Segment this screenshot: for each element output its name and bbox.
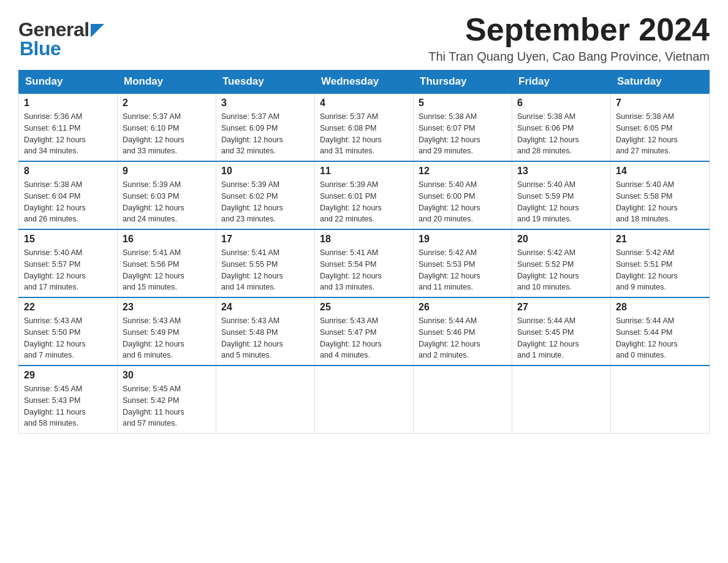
calendar-cell: 20 Sunrise: 5:42 AMSunset: 5:52 PMDaylig… [512,229,611,297]
day-number: 20 [517,234,605,245]
calendar-cell: 26 Sunrise: 5:44 AMSunset: 5:46 PMDaylig… [414,297,512,366]
col-thursday: Thursday [414,71,512,94]
calendar-cell: 11 Sunrise: 5:39 AMSunset: 6:01 PMDaylig… [315,161,414,229]
day-info: Sunrise: 5:45 AMSunset: 5:42 PMDaylight:… [123,383,211,429]
calendar-cell [414,366,512,434]
day-info: Sunrise: 5:43 AMSunset: 5:49 PMDaylight:… [123,315,211,361]
calendar-cell: 7 Sunrise: 5:38 AMSunset: 6:05 PMDayligh… [611,93,710,161]
day-number: 3 [221,98,309,109]
month-title: September 2024 [428,12,710,47]
calendar-cell: 18 Sunrise: 5:41 AMSunset: 5:54 PMDaylig… [315,229,414,297]
calendar-cell: 1 Sunrise: 5:36 AMSunset: 6:11 PMDayligh… [19,93,118,161]
calendar-cell: 29 Sunrise: 5:45 AMSunset: 5:43 PMDaylig… [19,366,118,434]
day-info: Sunrise: 5:39 AMSunset: 6:02 PMDaylight:… [221,179,309,225]
calendar-cell: 3 Sunrise: 5:37 AMSunset: 6:09 PMDayligh… [216,93,315,161]
day-info: Sunrise: 5:44 AMSunset: 5:45 PMDaylight:… [517,315,605,361]
calendar-cell: 19 Sunrise: 5:42 AMSunset: 5:53 PMDaylig… [414,229,512,297]
calendar-cell: 10 Sunrise: 5:39 AMSunset: 6:02 PMDaylig… [216,161,315,229]
day-info: Sunrise: 5:45 AMSunset: 5:43 PMDaylight:… [24,383,112,429]
calendar-week-row-5: 29 Sunrise: 5:45 AMSunset: 5:43 PMDaylig… [19,366,710,434]
day-info: Sunrise: 5:37 AMSunset: 6:08 PMDaylight:… [320,111,408,157]
day-number: 18 [320,234,408,245]
calendar-cell: 12 Sunrise: 5:40 AMSunset: 6:00 PMDaylig… [414,161,512,229]
day-info: Sunrise: 5:37 AMSunset: 6:10 PMDaylight:… [123,111,211,157]
calendar-cell: 16 Sunrise: 5:41 AMSunset: 5:56 PMDaylig… [118,229,216,297]
day-number: 24 [221,302,309,313]
day-info: Sunrise: 5:43 AMSunset: 5:47 PMDaylight:… [320,315,408,361]
day-info: Sunrise: 5:40 AMSunset: 5:57 PMDaylight:… [24,247,112,293]
calendar-cell: 14 Sunrise: 5:40 AMSunset: 5:58 PMDaylig… [611,161,710,229]
day-info: Sunrise: 5:38 AMSunset: 6:05 PMDaylight:… [616,111,704,157]
day-number: 6 [517,98,605,109]
day-info: Sunrise: 5:43 AMSunset: 5:50 PMDaylight:… [24,315,112,361]
day-info: Sunrise: 5:40 AMSunset: 5:59 PMDaylight:… [517,179,605,225]
logo: General Blue [18,12,104,60]
day-info: Sunrise: 5:44 AMSunset: 5:46 PMDaylight:… [419,315,507,361]
calendar-cell: 24 Sunrise: 5:43 AMSunset: 5:48 PMDaylig… [216,297,315,366]
calendar-cell: 6 Sunrise: 5:38 AMSunset: 6:06 PMDayligh… [512,93,611,161]
day-number: 11 [320,166,408,177]
day-number: 17 [221,234,309,245]
day-number: 13 [517,166,605,177]
calendar-cell: 17 Sunrise: 5:41 AMSunset: 5:55 PMDaylig… [216,229,315,297]
day-info: Sunrise: 5:39 AMSunset: 6:03 PMDaylight:… [123,179,211,225]
calendar-cell [216,366,315,434]
calendar-cell [512,366,611,434]
col-friday: Friday [512,71,611,94]
day-info: Sunrise: 5:42 AMSunset: 5:53 PMDaylight:… [419,247,507,293]
calendar-week-row-2: 8 Sunrise: 5:38 AMSunset: 6:04 PMDayligh… [19,161,710,229]
day-info: Sunrise: 5:42 AMSunset: 5:52 PMDaylight:… [517,247,605,293]
location-title: Thi Tran Quang Uyen, Cao Bang Province, … [428,50,710,64]
page-header: General Blue September 2024 Thi Tran Qua… [18,12,710,64]
calendar-cell: 27 Sunrise: 5:44 AMSunset: 5:45 PMDaylig… [512,297,611,366]
calendar-cell: 5 Sunrise: 5:38 AMSunset: 6:07 PMDayligh… [414,93,512,161]
col-tuesday: Tuesday [216,71,315,94]
calendar-cell: 25 Sunrise: 5:43 AMSunset: 5:47 PMDaylig… [315,297,414,366]
calendar-cell: 9 Sunrise: 5:39 AMSunset: 6:03 PMDayligh… [118,161,216,229]
day-number: 14 [616,166,704,177]
day-number: 19 [419,234,507,245]
day-number: 21 [616,234,704,245]
calendar-cell: 23 Sunrise: 5:43 AMSunset: 5:49 PMDaylig… [118,297,216,366]
day-info: Sunrise: 5:42 AMSunset: 5:51 PMDaylight:… [616,247,704,293]
day-info: Sunrise: 5:37 AMSunset: 6:09 PMDaylight:… [221,111,309,157]
day-number: 8 [24,166,112,177]
day-number: 5 [419,98,507,109]
day-number: 16 [123,234,211,245]
day-number: 15 [24,234,112,245]
day-info: Sunrise: 5:44 AMSunset: 5:44 PMDaylight:… [616,315,704,361]
calendar-cell: 2 Sunrise: 5:37 AMSunset: 6:10 PMDayligh… [118,93,216,161]
day-number: 4 [320,98,408,109]
day-number: 28 [616,302,704,313]
col-saturday: Saturday [611,71,710,94]
day-number: 23 [123,302,211,313]
calendar-cell: 4 Sunrise: 5:37 AMSunset: 6:08 PMDayligh… [315,93,414,161]
calendar-week-row-3: 15 Sunrise: 5:40 AMSunset: 5:57 PMDaylig… [19,229,710,297]
calendar-cell [611,366,710,434]
day-info: Sunrise: 5:40 AMSunset: 5:58 PMDaylight:… [616,179,704,225]
title-section: September 2024 Thi Tran Quang Uyen, Cao … [428,12,710,64]
calendar-cell: 8 Sunrise: 5:38 AMSunset: 6:04 PMDayligh… [19,161,118,229]
day-info: Sunrise: 5:41 AMSunset: 5:56 PMDaylight:… [123,247,211,293]
logo-arrow-icon [91,24,104,37]
day-number: 26 [419,302,507,313]
calendar-cell: 30 Sunrise: 5:45 AMSunset: 5:42 PMDaylig… [118,366,216,434]
day-info: Sunrise: 5:41 AMSunset: 5:54 PMDaylight:… [320,247,408,293]
calendar-cell: 15 Sunrise: 5:40 AMSunset: 5:57 PMDaylig… [19,229,118,297]
day-number: 25 [320,302,408,313]
calendar-table: Sunday Monday Tuesday Wednesday Thursday… [18,70,710,434]
day-info: Sunrise: 5:41 AMSunset: 5:55 PMDaylight:… [221,247,309,293]
calendar-week-row-1: 1 Sunrise: 5:36 AMSunset: 6:11 PMDayligh… [19,93,710,161]
calendar-cell [315,366,414,434]
calendar-header-row: Sunday Monday Tuesday Wednesday Thursday… [19,71,710,94]
svg-marker-0 [91,24,104,37]
day-number: 10 [221,166,309,177]
col-monday: Monday [118,71,216,94]
calendar-week-row-4: 22 Sunrise: 5:43 AMSunset: 5:50 PMDaylig… [19,297,710,366]
day-number: 7 [616,98,704,109]
day-number: 12 [419,166,507,177]
calendar-cell: 22 Sunrise: 5:43 AMSunset: 5:50 PMDaylig… [19,297,118,366]
day-info: Sunrise: 5:39 AMSunset: 6:01 PMDaylight:… [320,179,408,225]
day-number: 30 [123,370,211,381]
calendar-cell: 28 Sunrise: 5:44 AMSunset: 5:44 PMDaylig… [611,297,710,366]
